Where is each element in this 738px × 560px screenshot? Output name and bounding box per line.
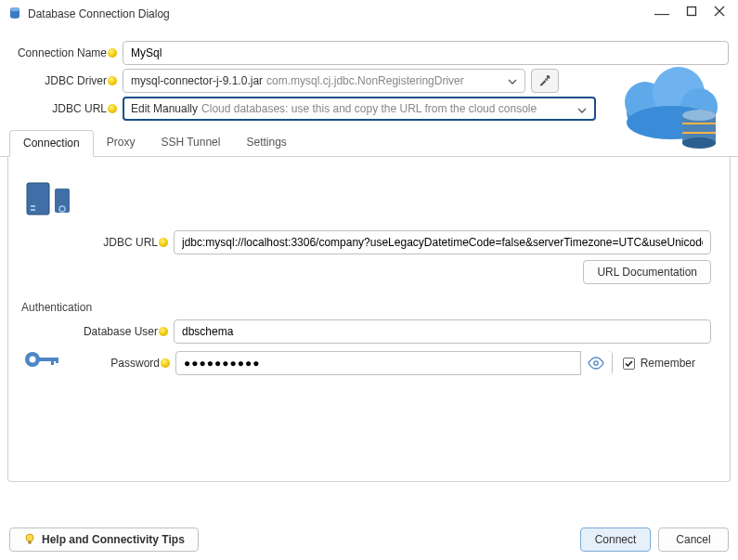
jdbc-url-inner-label: JDBC URL (18, 236, 170, 249)
reveal-password-button[interactable] (580, 351, 612, 375)
svg-rect-18 (55, 189, 70, 213)
jdbc-url-label: JDBC URL (0, 102, 119, 115)
svg-point-21 (30, 357, 36, 363)
jdbc-driver-label: JDBC Driver (0, 74, 119, 87)
password-input[interactable] (175, 351, 613, 375)
database-user-input[interactable] (174, 319, 711, 344)
remember-checkbox[interactable]: Remember (623, 357, 695, 370)
svg-rect-12 (682, 123, 716, 124)
cancel-button[interactable]: Cancel (658, 527, 729, 552)
chevron-down-icon (577, 105, 587, 118)
minimize-button[interactable]: — (654, 6, 669, 22)
lightbulb-icon (108, 76, 117, 85)
key-icon (23, 347, 60, 374)
connect-button[interactable]: Connect (580, 527, 651, 552)
help-tips-button[interactable]: Help and Connectivity Tips (9, 527, 199, 552)
jdbc-url-mode-dropdown[interactable]: Edit Manually Cloud databases: use this … (123, 97, 596, 121)
svg-point-1 (10, 7, 19, 11)
password-label: Password (64, 357, 172, 370)
connection-panel: JDBC URL URL Documentation Authenticatio… (7, 157, 731, 482)
url-documentation-button[interactable]: URL Documentation (583, 260, 711, 284)
lightbulb-icon (159, 327, 168, 336)
tools-icon (537, 73, 552, 88)
svg-rect-27 (29, 541, 32, 544)
connection-name-input[interactable] (123, 41, 729, 65)
jdbc-driver-class: com.mysql.cj.jdbc.NonRegisteringDriver (266, 74, 464, 87)
chevron-down-icon (508, 76, 517, 89)
svg-point-26 (26, 534, 33, 541)
window-title: Database Connection Dialog (28, 7, 654, 20)
jdbc-driver-value: mysql-connector-j-9.1.0.jar (131, 74, 263, 87)
eye-icon (588, 357, 604, 370)
lightbulb-icon (108, 48, 117, 58)
svg-rect-24 (56, 358, 58, 363)
jdbc-url-mode-value: Edit Manually (131, 102, 198, 115)
svg-point-25 (594, 361, 598, 365)
tab-proxy[interactable]: Proxy (94, 130, 149, 156)
tab-connection[interactable]: Connection (9, 130, 94, 157)
connection-name-label: Connection Name (0, 46, 119, 59)
server-illustration (21, 176, 720, 223)
tab-ssh-tunnel[interactable]: SSH Tunnel (148, 130, 233, 156)
lightbulb-icon (108, 104, 117, 113)
svg-rect-2 (688, 7, 696, 16)
close-button[interactable] (714, 6, 725, 22)
lightbulb-icon (159, 238, 168, 247)
lightbulb-icon (23, 532, 36, 548)
svg-rect-16 (31, 209, 35, 211)
maximize-button[interactable] (686, 6, 697, 22)
svg-rect-17 (31, 205, 35, 207)
jdbc-url-mode-hint: Cloud databases: use this and copy the U… (201, 102, 537, 115)
authentication-section-title: Authentication (21, 301, 720, 314)
tabs: Connection Proxy SSH Tunnel Settings (0, 130, 738, 157)
dialog-footer: Help and Connectivity Tips Connect Cance… (0, 519, 738, 560)
jdbc-driver-dropdown[interactable]: mysql-connector-j-9.1.0.jar com.mysql.cj… (123, 69, 525, 93)
svg-rect-14 (27, 183, 49, 215)
svg-rect-22 (38, 358, 58, 361)
app-icon (7, 6, 22, 23)
check-icon (624, 358, 634, 369)
tab-settings[interactable]: Settings (233, 130, 299, 156)
title-bar: Database Connection Dialog — (0, 0, 738, 28)
jdbc-url-input[interactable] (174, 230, 711, 254)
lightbulb-icon (161, 358, 170, 368)
database-user-label: Database User (18, 325, 170, 338)
driver-settings-button[interactable] (531, 69, 559, 93)
svg-rect-23 (51, 358, 54, 365)
